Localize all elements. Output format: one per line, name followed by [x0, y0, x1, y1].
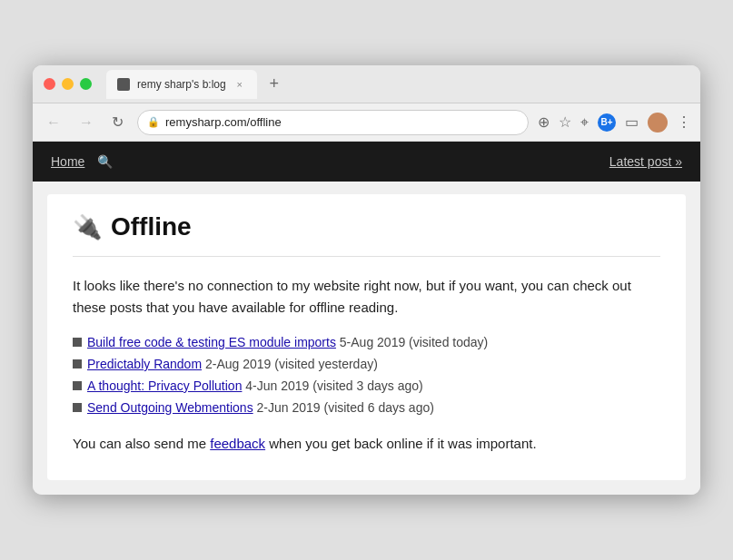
- refresh-button[interactable]: ↻: [107, 112, 128, 133]
- post-meta-1: 2-Aug 2019 (visited yesterday): [205, 357, 378, 371]
- minimize-button[interactable]: [62, 78, 74, 90]
- traffic-lights: [44, 78, 92, 90]
- list-item: Build free code & testing ES module impo…: [73, 335, 660, 349]
- new-tab-button[interactable]: +: [262, 73, 286, 96]
- bookmark-icon[interactable]: ☆: [559, 113, 571, 131]
- tab-area: remy sharp's b:log × +: [106, 70, 689, 99]
- search-icon[interactable]: 🔍: [97, 154, 113, 169]
- post-meta-0: 5-Aug 2019 (visited today): [340, 335, 488, 349]
- title-bar: remy sharp's b:log × +: [33, 65, 700, 103]
- site-navigation: Home 🔍 Latest post »: [33, 142, 700, 182]
- close-button[interactable]: [44, 78, 55, 90]
- post-meta-2: 4-Jun 2019 (visited 3 days ago): [245, 378, 422, 393]
- post-link-0[interactable]: Build free code & testing ES module impo…: [87, 335, 336, 349]
- list-item: Send Outgoing Webmentions 2-Jun 2019 (vi…: [73, 400, 660, 415]
- user-avatar[interactable]: [648, 113, 668, 133]
- list-item: A thought: Privacy Pollution 4-Jun 2019 …: [73, 378, 660, 393]
- footer-after-text: when you get back online if it was impor…: [265, 436, 537, 451]
- bullet-icon: [73, 381, 82, 390]
- bullet-icon: [73, 403, 82, 412]
- address-actions: ⊕ ☆ ⌖ B+ ▭ ⋮: [538, 113, 691, 133]
- lock-icon: 🔒: [147, 116, 160, 128]
- post-link-3[interactable]: Send Outgoing Webmentions: [87, 400, 253, 415]
- content-card: 🔌 Offline It looks like there's no conne…: [47, 194, 686, 480]
- latest-post-link[interactable]: Latest post »: [609, 154, 682, 169]
- footer-paragraph: You can also send me feedback when you g…: [73, 433, 660, 455]
- menu-icon[interactable]: ⋮: [677, 113, 691, 131]
- tab-favicon: [117, 78, 130, 91]
- page-title: Offline: [111, 212, 192, 241]
- forward-button[interactable]: →: [74, 113, 98, 133]
- maximize-button[interactable]: [80, 78, 92, 90]
- cast-icon[interactable]: ▭: [625, 113, 639, 131]
- plug-icon: 🔌: [73, 213, 102, 241]
- list-item: Predictably Random 2-Aug 2019 (visited y…: [73, 357, 660, 371]
- url-text: remysharp.com/offline: [165, 115, 282, 129]
- back-button[interactable]: ←: [42, 113, 65, 133]
- home-nav-link[interactable]: Home: [51, 154, 84, 169]
- address-bar: ← → ↻ 🔒 remysharp.com/offline ⊕ ☆ ⌖ B+ ▭…: [33, 103, 700, 142]
- add-tab-icon[interactable]: ⊕: [538, 113, 550, 131]
- page-heading: 🔌 Offline: [73, 212, 660, 257]
- content-area: 🔌 Offline It looks like there's no conne…: [33, 182, 700, 495]
- post-meta-3: 2-Jun 2019 (visited 6 days ago): [257, 400, 434, 415]
- tab-title: remy sharp's b:log: [137, 78, 226, 91]
- url-bar[interactable]: 🔒 remysharp.com/offline: [137, 110, 529, 135]
- post-list: Build free code & testing ES module impo…: [73, 335, 660, 415]
- active-tab[interactable]: remy sharp's b:log ×: [106, 70, 257, 99]
- bullet-icon: [73, 359, 82, 368]
- browser-window: remy sharp's b:log × + ← → ↻ 🔒 remysharp…: [33, 65, 700, 495]
- intro-paragraph: It looks like there's no connection to m…: [73, 275, 660, 319]
- post-link-2[interactable]: A thought: Privacy Pollution: [87, 378, 242, 393]
- post-link-1[interactable]: Predictably Random: [87, 357, 202, 371]
- bullet-icon: [73, 338, 82, 347]
- site-nav-left: Home 🔍: [51, 154, 113, 169]
- tab-close-button[interactable]: ×: [233, 78, 246, 91]
- feedback-link[interactable]: feedback: [210, 436, 265, 451]
- google-account-badge[interactable]: B+: [598, 113, 616, 132]
- footer-before-text: You can also send me: [73, 436, 210, 451]
- cursor-icon[interactable]: ⌖: [580, 114, 589, 131]
